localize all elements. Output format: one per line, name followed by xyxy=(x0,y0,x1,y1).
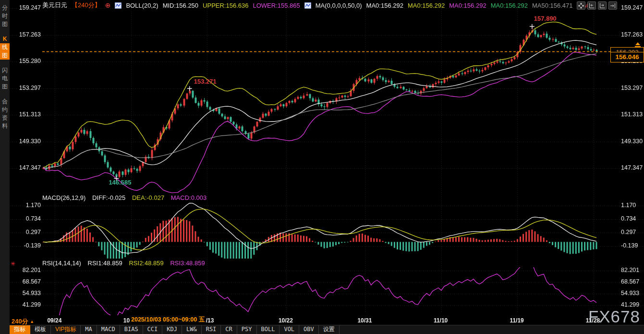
price-axis-label: 151.313 xyxy=(621,111,644,118)
rsi-axis-label: 68.567 xyxy=(621,278,644,285)
toolbar-item-7[interactable]: KDJ xyxy=(162,325,182,334)
period-label[interactable]: 【240分】 xyxy=(72,1,101,10)
sidebar-tab-0[interactable]: 分时图 xyxy=(0,4,10,28)
rsi1-value: RSI1:48.859 xyxy=(88,260,122,267)
candle-tooltip: 2025/10/03 05:00~09:00 五 xyxy=(130,316,206,324)
go-latest-icon[interactable] xyxy=(608,1,617,10)
rsi3-value: RSI3:48.859 xyxy=(170,260,205,267)
price-axis-label: 157.263 xyxy=(11,31,41,38)
chart-nav-icons xyxy=(577,1,617,10)
price-axis-label: 151.313 xyxy=(11,111,41,118)
sidebar-tab-char: 分 xyxy=(0,4,10,12)
macd-axis-label: 1.170 xyxy=(621,202,644,209)
sidebar-tab-3[interactable]: 合约资料 xyxy=(0,98,10,130)
toolbar-item-14[interactable]: OBV xyxy=(299,325,319,334)
bottom-toolbar: 指标模板VIP指标MAMACDBIASCCIKDJLW&RSICRPSYBOLL… xyxy=(10,325,644,334)
macd-axis-label: 1.170 xyxy=(11,202,41,209)
macd-axis-label: -0.139 xyxy=(621,242,644,249)
ma50-value: MA50:156.471 xyxy=(532,2,573,9)
rsi-panel-header: RSI(14,14,14) RSI1:48.859 RSI2:48.859 RS… xyxy=(42,260,210,267)
sidebar-tab-char: 约 xyxy=(0,106,10,114)
add-indicator-icon[interactable]: ⊕ xyxy=(105,2,111,9)
rsi-axis-label: 68.567 xyxy=(11,278,41,285)
sidebar-tab-char: 线 xyxy=(0,43,10,51)
toolbar-item-12[interactable]: BOLL xyxy=(257,325,280,334)
time-tick-label: 10/22 xyxy=(279,317,293,324)
rsi2-value: RSI2:48.859 xyxy=(129,260,163,267)
period-dropdown-icon: ▲ xyxy=(30,319,34,324)
sidebar-tab-char: 时 xyxy=(0,12,10,20)
expand-chart-icon[interactable] xyxy=(598,1,607,10)
chart-header: 美元日元 【240分】 ⊕ BOLL(20,2) MID:156.250 UPP… xyxy=(42,1,595,9)
price-axis-label: 159.247 xyxy=(11,4,41,11)
sidebar-tab-char: K xyxy=(0,35,10,43)
ma-indicator-icon[interactable] xyxy=(304,2,311,9)
swing-price-label: 157.890 xyxy=(534,15,557,22)
rsi-axis-label: 54.933 xyxy=(621,290,644,297)
chart-canvas[interactable] xyxy=(0,0,644,334)
rsi-axis-label: 82.201 xyxy=(621,267,644,273)
left-sidebar: 分时图K线图闪电图合约资料 xyxy=(0,0,10,334)
price-axis-label: 155.280 xyxy=(11,58,41,64)
macd-value: MACD:0.003 xyxy=(171,194,207,201)
rsi-axis-label: 54.933 xyxy=(11,290,41,297)
price-axis-label: 149.330 xyxy=(11,138,41,145)
alert-dot-icon[interactable]: ✳ xyxy=(11,260,15,267)
watermark: FX678 xyxy=(588,307,640,326)
toolbar-item-4[interactable]: MACD xyxy=(97,325,120,334)
boll-upper-value: UPPER:156.636 xyxy=(203,2,248,9)
sidebar-tab-2[interactable]: 闪电图 xyxy=(0,66,10,91)
price-pointer-icon[interactable] xyxy=(634,41,642,50)
rsi-axis-label: 82.201 xyxy=(11,267,41,273)
symbol-name: 美元日元 xyxy=(42,1,67,10)
time-tick-label: 09/24 xyxy=(47,317,61,324)
toolbar-item-1[interactable]: 模板 xyxy=(30,325,51,334)
toolbar-item-2[interactable]: VIP指标 xyxy=(51,325,81,334)
macd-panel-header: MACD(26,12,9) DIFF:-0.025 DEA:-0.027 MAC… xyxy=(42,194,211,201)
sidebar-tab-char: 闪 xyxy=(0,66,10,74)
ma0-value-4: MA0:156.292 xyxy=(491,2,528,9)
time-tick-label: 11/10 xyxy=(434,317,448,324)
macd-title: MACD(26,12,9) xyxy=(42,194,85,201)
price-axis-label: 153.297 xyxy=(11,85,41,91)
toolbar-item-15[interactable]: 设置 xyxy=(319,325,340,334)
ma0-value-1: MA0:156.292 xyxy=(366,2,403,9)
macd-dea-value: DEA:-0.027 xyxy=(132,194,164,201)
toolbar-item-10[interactable]: CR xyxy=(221,325,237,334)
toolbar-item-6[interactable]: CCI xyxy=(143,325,163,334)
toolbar-item-3[interactable]: MA xyxy=(81,325,97,334)
compress-chart-icon[interactable] xyxy=(587,1,596,10)
boll-mid-value: MID:156.250 xyxy=(163,2,198,9)
toolbar-item-13[interactable]: VOL xyxy=(279,325,299,334)
toolbar-item-9[interactable]: RSI xyxy=(202,325,221,334)
toolbar-item-5[interactable]: BIAS xyxy=(120,325,143,334)
sidebar-tab-char: 图 xyxy=(0,20,10,28)
sidebar-tab-char: 电 xyxy=(0,74,10,83)
macd-axis-label: 0.734 xyxy=(11,215,41,222)
price-axis-label: 149.330 xyxy=(621,138,644,145)
sidebar-tab-char: 料 xyxy=(0,122,10,130)
swing-price-label: 146.585 xyxy=(109,179,131,186)
toolbar-item-8[interactable]: LW& xyxy=(182,325,202,334)
macd-axis-label: 0.734 xyxy=(621,215,644,222)
macd-diff-value: DIFF:-0.025 xyxy=(92,194,125,201)
fx-chart-terminal: { "app": {"watermark": "FX678"}, "sideba… xyxy=(0,0,644,334)
toolbar-item-11[interactable]: PSY xyxy=(237,325,257,334)
time-tick-label: 10/31 xyxy=(357,317,372,324)
macd-axis-label: -0.139 xyxy=(11,242,41,249)
pan-tool-icon[interactable] xyxy=(577,1,585,10)
sidebar-tab-char: 资 xyxy=(0,114,10,122)
boll-label: BOLL(20,2) xyxy=(126,2,158,9)
price-axis-label: 147.347 xyxy=(621,164,644,171)
price-axis-label: 147.347 xyxy=(11,164,41,171)
price-axis-label: 157.263 xyxy=(621,31,644,38)
price-axis-label: 153.297 xyxy=(621,85,644,91)
toolbar-item-0[interactable]: 指标 xyxy=(10,325,30,334)
sidebar-tab-1[interactable]: K线图 xyxy=(0,35,10,60)
macd-axis-label: 0.297 xyxy=(621,229,644,235)
time-tick-label: 11/19 xyxy=(510,317,523,324)
boll-lower-value: LOWER:155.865 xyxy=(253,2,300,9)
price-axis-label: 159.247 xyxy=(621,4,644,11)
boll-indicator-icon[interactable] xyxy=(115,2,122,9)
macd-axis-label: 0.297 xyxy=(11,229,41,235)
